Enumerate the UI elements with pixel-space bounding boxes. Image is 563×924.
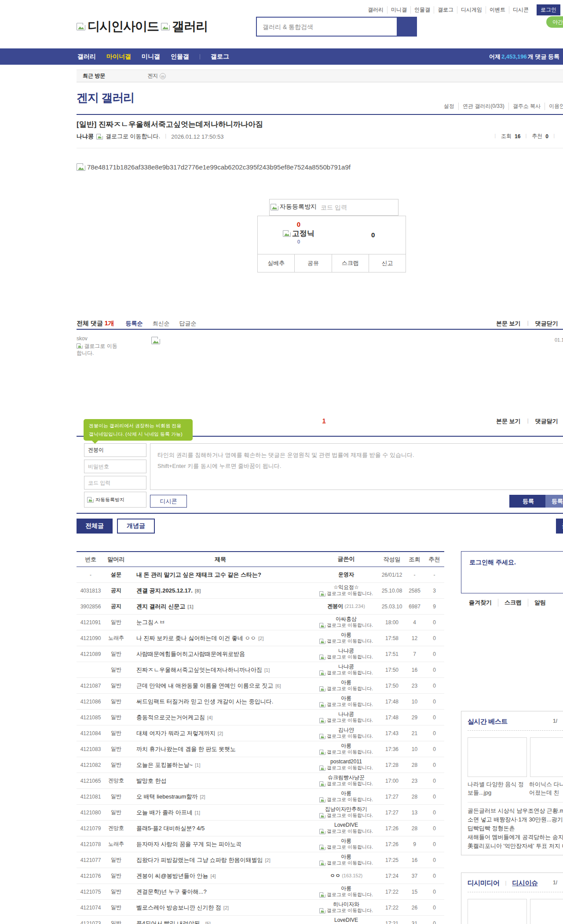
writer-gallog-link[interactable]: 갤로그로 이동합니다. [313,670,379,676]
writer-name[interactable]: 김나얀 [313,727,379,733]
table-row[interactable]: 4121090 노래추 나 진짜 보카로 좆나 싫어하는데 이건 좋네 ㅇㅇ[2… [77,630,444,646]
table-row[interactable]: 4121076 일반 겐붕이 씨@봉방년들아 안뇽[4] ㅇㅇ (163.152… [77,868,444,884]
writer-gallog-link[interactable]: 갤로그로 이동합니다. [313,828,379,835]
table-row[interactable]: 4121084 일반 대체 여자가 뭐라고 저렇게까지[2] 김나얀갤로그로 이… [77,725,444,741]
row-title-link[interactable]: 플래5-플2 대비하실분? 4/5 [128,825,313,832]
writer-gallog-link[interactable]: 갤로그로 이동합니다. [313,892,379,898]
dcmedia-page[interactable]: 1/ [553,880,557,886]
row-writer[interactable]: 겐붕이 (211.234) [313,603,379,610]
dcmedia-thumbnail-2[interactable] [530,899,563,924]
writer-name[interactable]: 아싸홍삼 [313,616,379,622]
best-list-item[interactable]: 소면 넣고 배짱장사·1개 30만원...광기의 '두 [468,815,563,824]
row-title-link[interactable]: 진짜ㅈㄴ우울해서죽고싶엇는데저나하니까나아짐[1] [128,666,313,674]
comment-password-input[interactable] [84,460,146,473]
row-writer[interactable]: 아롱갤로그로 이동합니다. [313,743,379,755]
view-post-button[interactable]: 본문 보기 [496,320,521,328]
writer-gallog-link[interactable]: 갤로그로 이동합니다. [313,765,379,771]
writer-name[interactable]: 나냐콩 [313,711,379,718]
row-writer[interactable]: 아롱갤로그로 이동합니다. [313,885,379,898]
close-comments-button[interactable]: 댓글닫기 [535,320,558,328]
row-writer[interactable]: 히나미자와갤로그로 이동합니다. [313,901,379,914]
writer-gallog-link[interactable]: 갤로그로 이동합니다. [313,908,379,914]
row-writer[interactable]: ㅇㅇ (163.152) [313,872,379,879]
gallery-menu-item[interactable]: 설정 [440,103,458,110]
table-row[interactable]: 4121087 일반 근데 만약에 내 애완동물 이름을 연예인 이름으로 짓고… [77,678,444,694]
table-row[interactable]: 4121073 일반 플4되어서 빨리 내려야됨..[5] LoveDIVE갤로… [77,916,444,924]
topbar-link[interactable]: 디시게임 [457,6,486,14]
writer-name[interactable]: 아롱 [313,885,379,892]
row-title-link[interactable]: 플4되어서 빨리 내려야됨..[5] [128,920,313,924]
table-row[interactable]: 4121075 일반 겐걸문학)넌 누구 좋아해...? 아롱갤로그로 이동합니… [77,884,444,900]
writer-name[interactable]: LoveDIVE [313,917,379,924]
writer-name[interactable]: ☆익요정☆ [313,584,379,591]
writer-gallog-link[interactable]: 갤로그로 이동합니다. [313,797,379,803]
row-title-link[interactable]: 까치 휴가나왔는데 겜을 한 판도 못햇노 [128,745,313,753]
gallery-menu-item[interactable]: 이용안내 [545,103,563,110]
writer-name[interactable]: 아롱 [313,854,379,860]
writer-gallog-link[interactable]: 갤로그로 이동합니다. [313,591,379,597]
row-title-link[interactable]: 나 진짜 보카로 좆나 싫어하는데 이건 좋네 ㅇㅇ[2] [128,634,313,642]
write-post-button[interactable]: 글쓰기 [556,519,563,534]
comment-sort-최신순[interactable]: 최신순 [153,320,170,328]
table-row[interactable]: 4121085 일반 충동적으로긋는거어케고침[4] 나냐콩갤로그로 이동합니다… [77,710,444,725]
writer-gallog-link[interactable]: 갤로그로 이동합니다. [313,844,379,850]
writer-gallog-link[interactable]: 갤로그로 이동합니다. [313,718,379,724]
writer-name[interactable]: 아롱 [313,679,379,686]
best-list-item[interactable]: 새해들어 멤버들에게 공격당하는 송지효 [468,833,563,842]
best-thumbnail-1[interactable] [468,737,527,777]
writer-gallog-link[interactable]: 갤로그로 이동합니다. [313,733,379,740]
vote-action-공유[interactable]: 공유 [294,254,331,272]
gnb-item-갤로그[interactable]: 갤로그 [211,53,229,61]
comment-submit-button-secondary[interactable]: 등록 [545,495,563,508]
table-row[interactable]: 4121074 일반 벨로스레아 방송보니깐 신기한 점[2] 히나미자와갤로그… [77,900,444,916]
writer-name[interactable]: 히나미자와 [313,901,379,908]
row-writer[interactable]: 나냐콩갤로그로 이동합니다. [313,663,379,676]
writer-gallog-link[interactable]: 갤로그로 이동합니다. [313,702,379,708]
table-row[interactable]: 4121089 일반 사람때문에힘들어히고사람때문에위로받음 나냐콩갤로그로 이… [77,646,444,662]
best-thumbnail-2[interactable] [530,737,563,777]
vote-action-신고[interactable]: 신고 [369,254,406,272]
gnb-item-갤러리[interactable]: 갤러리 [77,53,96,61]
vote-action-스크랩[interactable]: 스크랩 [332,254,369,272]
tab-best-posts[interactable]: 개념글 [117,519,155,534]
table-row[interactable]: 4121086 일반 써드임팩트 터질거라 믿고 인생 개갈이 사는 중입니다.… [77,694,444,710]
table-row[interactable]: 4031813 공지 겐갤 공지.2025.12.17.[8] ☆익요정☆갤로그… [77,583,444,599]
row-title-link[interactable]: 듣자마자 사랑의 꿈을 꾸게 되는 피아노곡 [128,840,313,848]
row-writer[interactable]: 나냐콩갤로그로 이동합니다. [313,711,379,724]
search-button[interactable] [397,18,416,36]
row-title-link[interactable]: 근데 만약에 내 애완동물 이름을 연예인 이름으로 짓고[6] [128,682,313,690]
row-title-link[interactable]: 대체 여자가 뭐라고 저렇게까지[2] [128,729,313,737]
gallery-title[interactable]: 겐지 갤러리 [77,90,134,106]
row-writer[interactable]: 아싸홍삼갤로그로 이동합니다. [313,616,379,629]
row-writer[interactable]: 아롱갤로그로 이동합니다. [313,838,379,850]
row-writer[interactable]: 나냐콩갤로그로 이동합니다. [313,648,379,660]
writer-name[interactable]: 아롱 [313,838,379,844]
row-writer[interactable]: 운영자 [313,571,379,578]
writer-gallog-link[interactable]: 갤로그로 이동합니다. [313,860,379,866]
row-title-link[interactable]: 내 돈 관리 맡기고 싶은 재태크 고수 같은 스타는? [128,571,313,579]
writer-name[interactable]: LoveDIVE [313,822,379,828]
comment-submit-button[interactable]: 등록 [509,495,547,508]
gnb-item-미니갤[interactable]: 미니갤 [142,53,160,61]
writer-name[interactable]: ㅇㅇ (163.152) [313,872,379,879]
dccon-button[interactable]: 디시콘 [150,495,187,508]
site-logo[interactable]: 디시인사이드 갤러리 [77,18,208,35]
login-link-즐겨찾기[interactable]: 즐겨찾기 [461,599,498,607]
writer-gallog-link[interactable]: 갤로그로 이동합니다. [313,654,379,660]
row-title-link[interactable]: 겐지 갤러리 신문고[1] [128,603,313,611]
night-mode-button[interactable]: 야간 모드 [546,16,563,28]
row-writer[interactable]: 아롱갤로그로 이동합니다. [313,679,379,692]
row-title-link[interactable]: 오늘은 포킹볼하는날~[1] [128,761,313,769]
writer-name[interactable]: postcard2011 [313,758,379,765]
topbar-link[interactable]: 이벤트 [486,6,509,14]
table-row[interactable]: 4121083 일반 까치 휴가나왔는데 겜을 한 판도 못햇노 아롱갤로그로 … [77,741,444,757]
realtime-best-title[interactable]: 실시간 베스트 [468,718,508,726]
tab-all-posts[interactable]: 전체글 [77,519,113,534]
comment-author[interactable]: skov [77,335,563,342]
comment-sort-답글순[interactable]: 답글순 [179,320,197,328]
row-title-link[interactable]: 겐갤 공지.2025.12.17.[8] [128,587,313,595]
table-row[interactable]: - 설문 내 돈 관리 맡기고 싶은 재태크 고수 같은 스타는? 운영자 26… [77,567,444,583]
row-title-link[interactable]: 오늘 배가 졸라 아프네[1] [128,809,313,817]
writer-name[interactable]: 집냥이자만추하기 [313,806,379,813]
topbar-link[interactable]: 갤러리 [364,6,387,14]
